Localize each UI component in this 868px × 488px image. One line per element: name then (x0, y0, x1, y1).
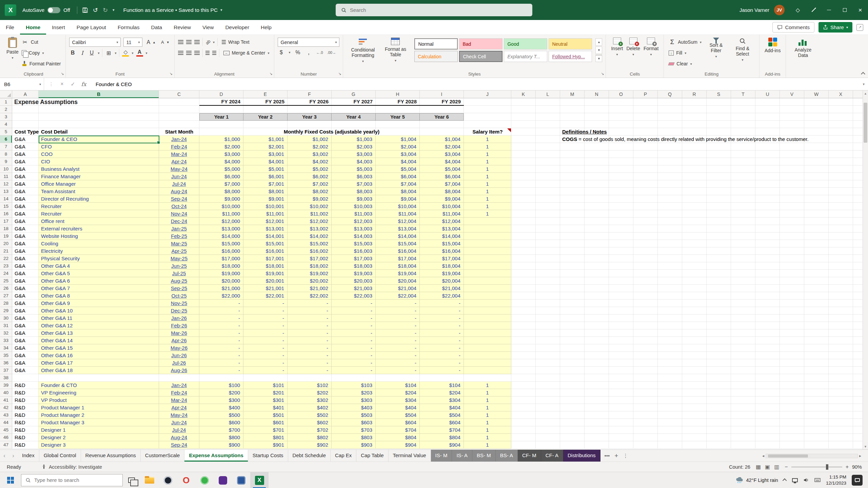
bold-button[interactable]: B (69, 50, 76, 56)
grid-cell[interactable]: CFO (39, 143, 159, 150)
grid-cell[interactable] (829, 195, 853, 203)
grid-cell[interactable] (682, 411, 707, 419)
grid-cell[interactable]: $19,000 (199, 270, 243, 277)
grid-cell[interactable]: - (243, 307, 288, 314)
grid-cell[interactable] (560, 173, 585, 180)
close-button[interactable]: × (852, 0, 868, 20)
show-hidden-icons-icon[interactable] (783, 479, 787, 483)
grid-cell[interactable]: $15,000 (199, 240, 243, 247)
increase-decimal-icon[interactable]: ←.0 (316, 50, 323, 55)
cancel-entry-icon[interactable]: × (57, 81, 67, 87)
grid-cell[interactable] (755, 195, 780, 203)
grid-cell[interactable]: - (288, 300, 332, 307)
grid-cell[interactable]: $10,002 (288, 203, 332, 210)
grid-cell[interactable] (585, 113, 609, 121)
grid-cell[interactable]: - (420, 314, 464, 322)
grid-cell[interactable] (536, 225, 560, 232)
row-header[interactable]: 38 (0, 374, 12, 382)
grid-cell[interactable] (536, 98, 560, 106)
grid-cell[interactable]: R&D (12, 411, 39, 419)
zoom-in-icon[interactable]: + (846, 464, 849, 470)
grid-cell[interactable] (633, 255, 658, 262)
grid-cell[interactable] (780, 329, 804, 337)
row-header[interactable]: 14 (0, 195, 12, 203)
row-header[interactable]: 29 (0, 307, 12, 314)
grid-cell[interactable] (780, 344, 804, 352)
tab-review[interactable]: Review (168, 20, 197, 35)
grid-cell[interactable] (560, 180, 585, 188)
name-box[interactable]: B6▾ (0, 78, 44, 90)
edit-mode-icon[interactable] (806, 0, 821, 20)
excel-icon[interactable] (250, 472, 269, 488)
grid-cell[interactable]: Business Analyst (39, 165, 159, 173)
grid-cell[interactable] (536, 396, 560, 404)
grid-cell[interactable]: 1 (464, 158, 511, 165)
grid-cell[interactable]: $904 (420, 441, 464, 449)
grid-cell[interactable]: - (243, 314, 288, 322)
grid-cell[interactable] (511, 232, 536, 240)
borders-icon[interactable]: ⊞ (105, 50, 112, 56)
grid-cell[interactable] (609, 165, 633, 173)
grid-cell[interactable] (609, 247, 633, 255)
grid-cell[interactable] (755, 352, 780, 359)
grid-cell[interactable]: 1 (464, 382, 511, 389)
grid-cell[interactable] (755, 247, 780, 255)
grid-cell[interactable] (658, 247, 682, 255)
grid-cell[interactable] (731, 113, 755, 121)
grid-cell[interactable] (804, 329, 829, 337)
column-header[interactable]: D (199, 90, 243, 98)
grid-cell[interactable] (780, 314, 804, 322)
grid-cell[interactable] (682, 195, 707, 203)
sheet-tab-expense-assumptions[interactable]: Expense Assumptions (184, 450, 248, 462)
grid-cell[interactable] (560, 426, 585, 434)
grid-cell[interactable]: G&A (12, 337, 39, 344)
grid-cell[interactable]: $1,001 (243, 136, 288, 143)
grid-cell[interactable] (780, 113, 804, 121)
grid-cell[interactable] (804, 434, 829, 441)
grid-cell[interactable] (853, 210, 863, 218)
grid-cell[interactable] (536, 270, 560, 277)
grid-cell[interactable] (658, 359, 682, 367)
grid-cell[interactable]: 1 (464, 173, 511, 180)
grid-cell[interactable]: $18,004 (376, 262, 420, 270)
grid-cell[interactable] (804, 441, 829, 449)
grid-cell[interactable]: $3,004 (420, 150, 464, 158)
grid-cell[interactable] (560, 98, 585, 106)
grid-cell[interactable]: $21,001 (243, 285, 288, 292)
zoom-out-icon[interactable]: − (785, 464, 788, 470)
row-header[interactable]: 25 (0, 277, 12, 285)
grid-cell[interactable]: $401 (243, 404, 288, 411)
grid-cell[interactable] (731, 307, 755, 314)
sheet-tab-cf-m[interactable]: CF- M (518, 450, 541, 462)
grid-cell[interactable]: $204 (376, 389, 420, 396)
avatar[interactable]: JV (774, 5, 785, 15)
grid-cell[interactable] (585, 270, 609, 277)
grid-cell[interactable] (853, 121, 863, 128)
grid-cell[interactable] (609, 441, 633, 449)
grid-cell[interactable] (658, 382, 682, 389)
grid-cell[interactable]: R&D (12, 396, 39, 404)
grid-cell[interactable]: Jan-24 (159, 136, 199, 143)
grid-cell[interactable] (464, 314, 511, 322)
grid-cell[interactable]: Mar-24 (159, 150, 199, 158)
grid-cell[interactable]: Other G&A 4 (39, 262, 159, 270)
grid-cell[interactable]: Jul-24 (159, 426, 199, 434)
grid-cell[interactable]: G&A (12, 329, 39, 337)
column-header[interactable]: F (288, 90, 332, 98)
grid-cell[interactable] (536, 419, 560, 426)
grid-cell[interactable] (511, 136, 536, 143)
cell-style-hyperlink[interactable]: Followed Hyp... (549, 51, 592, 62)
grid-cell[interactable] (658, 307, 682, 314)
grid-cell[interactable] (464, 374, 511, 382)
grid-cell[interactable]: Jun-24 (159, 419, 199, 426)
grid-cell[interactable] (731, 344, 755, 352)
grid-cell[interactable]: $804 (420, 434, 464, 441)
grid-cell[interactable]: Mar-25 (159, 240, 199, 247)
grid-cell[interactable] (853, 426, 863, 434)
grid-cell[interactable] (780, 225, 804, 232)
grid-cell[interactable] (585, 374, 609, 382)
grid-cell[interactable] (780, 218, 804, 225)
grid-cell[interactable] (658, 374, 682, 382)
grid-cell[interactable] (731, 285, 755, 292)
grid-cell[interactable]: 1 (464, 419, 511, 426)
